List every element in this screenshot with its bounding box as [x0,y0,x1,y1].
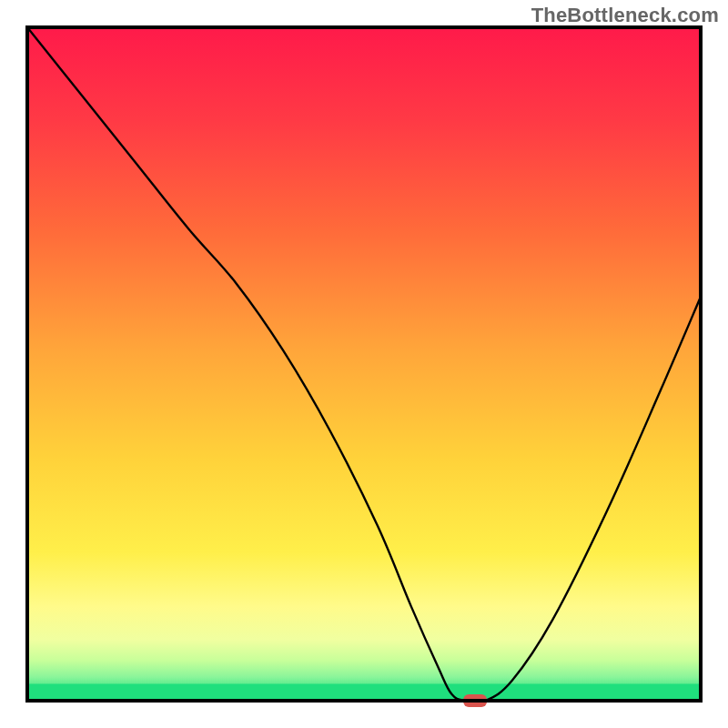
watermark-text: TheBottleneck.com [531,4,719,27]
green-bottom-band [27,684,701,702]
bottleneck-chart [0,0,728,728]
gradient-background [27,27,701,701]
plot-area [27,27,701,707]
chart-container: { "watermark": "TheBottleneck.com", "cha… [0,0,728,728]
